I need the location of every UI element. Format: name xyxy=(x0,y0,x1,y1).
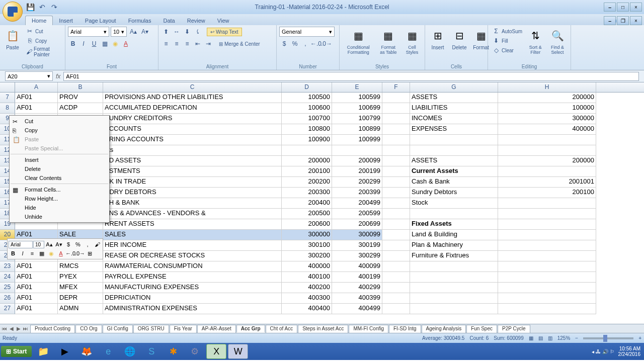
cell[interactable] xyxy=(498,272,596,283)
cell[interactable]: 300099 xyxy=(332,230,382,240)
cell[interactable]: RAWMATERIAL CONSUMPTION xyxy=(103,261,282,272)
cell[interactable]: 100799 xyxy=(332,114,382,124)
increase-font-icon[interactable]: A▴ xyxy=(128,27,138,37)
cell[interactable]: 100699 xyxy=(332,103,382,114)
cell[interactable] xyxy=(410,272,498,283)
ctx-copy[interactable]: ⎘Copy xyxy=(11,126,108,135)
tab-review[interactable]: Review xyxy=(181,16,211,25)
clock[interactable]: 10:56 AM 2/24/2016 xyxy=(616,346,643,357)
sheet-next-icon[interactable]: ▶ xyxy=(15,326,22,331)
excel-icon[interactable]: X xyxy=(206,344,226,359)
cell[interactable]: Furniture & Fixtrues xyxy=(410,251,498,261)
cell[interactable] xyxy=(382,240,410,251)
cell[interactable]: 100800 xyxy=(282,124,332,135)
cell[interactable] xyxy=(382,177,410,188)
cell[interactable] xyxy=(498,209,596,219)
sheet-tab[interactable]: MM-FI Config xyxy=(349,325,388,333)
cell[interactable]: SH & BANK xyxy=(103,198,282,209)
zoom-in-icon[interactable]: + xyxy=(638,335,641,341)
col-header-a[interactable]: A xyxy=(15,82,58,92)
cell[interactable]: 200299 xyxy=(332,177,382,188)
align-bottom-icon[interactable]: ⬇ xyxy=(182,27,192,37)
cell[interactable] xyxy=(498,230,596,240)
cell[interactable] xyxy=(282,145,332,156)
cell[interactable]: AF01 xyxy=(15,283,58,293)
zoom-slider[interactable] xyxy=(583,337,633,339)
col-header-h[interactable]: H xyxy=(498,82,596,92)
decrease-decimal-icon[interactable]: .0→ xyxy=(321,39,332,49)
cell[interactable]: AF01 xyxy=(15,272,58,283)
firefox-icon[interactable]: 🦊 xyxy=(76,344,97,359)
cell[interactable]: 200100 xyxy=(498,188,596,198)
cell[interactable] xyxy=(410,135,498,145)
view-normal-icon[interactable]: ▦ xyxy=(529,335,533,341)
cell[interactable]: 100700 xyxy=(282,114,332,124)
sheet-tab[interactable]: Steps in Asset Acc xyxy=(298,325,348,333)
chrome-icon[interactable]: 🌐 xyxy=(120,344,140,359)
cell[interactable] xyxy=(410,261,498,272)
cell[interactable]: 200000 xyxy=(282,156,332,166)
row-header[interactable]: 25 xyxy=(0,283,15,293)
cell[interactable] xyxy=(498,166,596,177)
ctx-unhide[interactable]: Unhide xyxy=(11,212,108,221)
ctx-clear-contents[interactable]: Clear Contents xyxy=(11,173,108,183)
cell[interactable]: 200000 xyxy=(498,156,596,166)
comma-icon[interactable]: , xyxy=(300,39,310,49)
sheet-last-icon[interactable]: ⏭ xyxy=(22,326,29,331)
cell[interactable]: HER INCOME xyxy=(103,240,282,251)
select-all-corner[interactable] xyxy=(0,82,15,92)
fill-color-button[interactable]: ◉ xyxy=(110,39,120,49)
sheet-tab[interactable]: CO Org xyxy=(75,325,102,333)
delete-cells-button[interactable]: ⊟Delete xyxy=(449,27,469,51)
cell[interactable]: Stock xyxy=(410,198,498,209)
mini-border[interactable]: ▦ xyxy=(37,249,46,258)
find-select-button[interactable]: 🔍Find & Select xyxy=(547,27,568,56)
cell[interactable]: 200199 xyxy=(332,166,382,177)
tray-network-icon[interactable]: 🖧 xyxy=(596,349,601,354)
cell[interactable]: 100899 xyxy=(332,124,382,135)
insert-cells-button[interactable]: ⊞Insert xyxy=(428,27,448,51)
cell[interactable] xyxy=(410,145,498,156)
iexplorer-icon[interactable]: e xyxy=(98,344,118,359)
undo-icon[interactable]: ↶ xyxy=(37,2,47,12)
view-break-icon[interactable]: ▥ xyxy=(548,335,552,341)
border-button[interactable]: ▦ xyxy=(100,39,110,49)
cell[interactable] xyxy=(382,124,410,135)
font-color-button[interactable]: A xyxy=(121,39,131,49)
cell[interactable] xyxy=(382,272,410,283)
align-left-icon[interactable]: ≡ xyxy=(161,39,171,49)
cell[interactable]: 200200 xyxy=(282,177,332,188)
cell[interactable] xyxy=(410,283,498,293)
tray-flag-icon[interactable]: ⚐ xyxy=(610,349,614,354)
mini-merge[interactable]: ⊞ xyxy=(85,249,94,258)
cell[interactable]: 200400 xyxy=(282,198,332,209)
cell[interactable] xyxy=(332,145,382,156)
cell[interactable]: ADMN xyxy=(58,304,103,314)
cell[interactable]: AF01 xyxy=(15,293,58,304)
cell[interactable] xyxy=(382,251,410,261)
mini-size[interactable]: 10 xyxy=(33,241,44,248)
font-name-combo[interactable]: Arial▾ xyxy=(68,27,109,37)
cell[interactable]: SUNDRY CREDITORS xyxy=(103,114,282,124)
tab-insert[interactable]: Insert xyxy=(53,16,79,25)
col-header-g[interactable]: G xyxy=(410,82,498,92)
mini-align[interactable]: ≡ xyxy=(28,249,37,258)
decrease-font-icon[interactable]: A▾ xyxy=(140,27,150,37)
underline-button[interactable]: U xyxy=(89,39,99,49)
office-button[interactable] xyxy=(3,2,23,22)
cell[interactable]: ACCOUNTS xyxy=(103,124,282,135)
col-header-b[interactable]: B xyxy=(58,82,103,92)
skype-icon[interactable]: S xyxy=(141,344,162,359)
cell[interactable]: 300000 xyxy=(498,114,596,124)
mini-comma[interactable]: , xyxy=(83,240,92,249)
cell[interactable]: 400400 xyxy=(282,304,332,314)
cell[interactable]: 200500 xyxy=(282,209,332,219)
ctx-row-height[interactable]: Row Height... xyxy=(11,194,108,203)
fx-icon[interactable]: fx xyxy=(53,73,63,80)
tab-view[interactable]: View xyxy=(211,16,235,25)
indent-decrease-icon[interactable]: ⇤ xyxy=(193,39,203,49)
cell[interactable]: RRENT ASSETS xyxy=(103,219,282,230)
cell[interactable] xyxy=(382,304,410,314)
cut-button[interactable]: ✂Cut xyxy=(24,27,62,36)
cell[interactable]: 400300 xyxy=(282,293,332,304)
